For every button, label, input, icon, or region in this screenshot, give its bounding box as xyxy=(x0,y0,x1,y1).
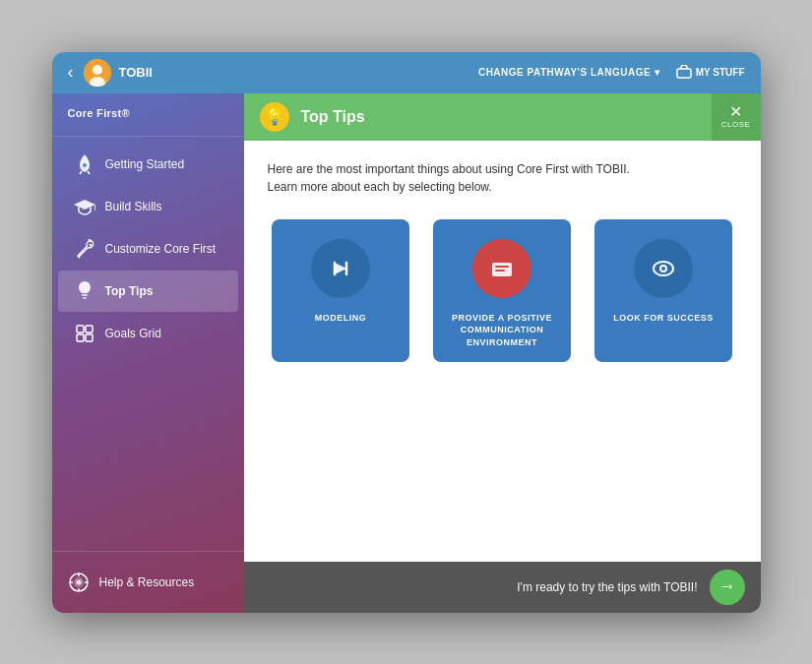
sidebar-item-goals-grid[interactable]: Goals Grid xyxy=(58,313,238,354)
svg-marker-5 xyxy=(74,200,95,210)
language-chevron-icon: ▾ xyxy=(655,67,660,78)
wrench-icon xyxy=(74,238,95,260)
tip-cards-row: MODELING PROVIDE A POSITIVE CO xyxy=(268,219,737,363)
look-for-success-card-icon xyxy=(634,239,693,298)
sidebar-item-build-skills[interactable]: Build Skills xyxy=(58,186,238,227)
svg-rect-3 xyxy=(677,69,691,78)
footer-text: I'm ready to try the tips with TOBII! xyxy=(517,580,697,594)
content-body: Here are the most important things about… xyxy=(244,141,761,562)
rocket-icon xyxy=(74,153,95,175)
sidebar-item-customize[interactable]: Customize Core First xyxy=(58,228,238,270)
mystuff-icon xyxy=(676,65,692,81)
modeling-card-label: MODELING xyxy=(315,312,367,325)
intro-line1: Here are the most important things about… xyxy=(268,162,630,176)
sidebar-item-top-tips[interactable]: Top Tips xyxy=(58,271,238,312)
help-resources-button[interactable]: Help & Resources xyxy=(58,562,238,603)
user-name-label: TOBII xyxy=(119,65,478,80)
svg-point-17 xyxy=(76,579,81,584)
top-bar: ‹ TOBII CHANGE PATHWAY'S LANGUAGE ▾ xyxy=(52,52,761,93)
content-intro: Here are the most important things about… xyxy=(268,160,737,196)
content-footer: I'm ready to try the tips with TOBII! → xyxy=(244,562,761,613)
positive-communication-card-label: PROVIDE A POSITIVE COMMUNICATION ENVIRON… xyxy=(443,312,561,349)
next-arrow-icon: → xyxy=(718,576,736,597)
sidebar-item-getting-started[interactable]: Getting Started xyxy=(58,144,238,185)
sidebar: Core First® Getting Started xyxy=(52,93,244,613)
content-header-icon: 💡 xyxy=(260,102,289,132)
sidebar-logo-sup: ® xyxy=(121,107,129,119)
svg-point-26 xyxy=(661,267,665,271)
main-layout: Core First® Getting Started xyxy=(52,93,761,613)
modeling-card[interactable]: MODELING xyxy=(272,219,409,363)
sidebar-logo: Core First® xyxy=(52,93,244,137)
svg-point-1 xyxy=(93,65,102,75)
sidebar-bottom: Help & Resources xyxy=(52,551,244,613)
look-for-success-card-label: LOOK FOR SUCCESS xyxy=(613,312,714,325)
top-bar-right: CHANGE PATHWAY'S LANGUAGE ▾ MY STUFF xyxy=(478,65,745,81)
next-button[interactable]: → xyxy=(710,570,745,605)
svg-rect-13 xyxy=(77,334,84,341)
svg-rect-11 xyxy=(77,326,84,332)
content-header-title: Top Tips xyxy=(301,108,745,126)
modeling-card-icon xyxy=(311,239,370,298)
getting-started-label: Getting Started xyxy=(105,157,185,171)
my-stuff-label: MY STUFF xyxy=(696,67,745,78)
my-stuff-button[interactable]: MY STUFF xyxy=(676,65,745,81)
lightbulb-icon xyxy=(74,280,95,302)
help-resources-label: Help & Resources xyxy=(99,575,195,589)
app-window: ‹ TOBII CHANGE PATHWAY'S LANGUAGE ▾ xyxy=(52,52,761,613)
sidebar-logo-text: Core First xyxy=(68,107,122,119)
top-tips-label: Top Tips xyxy=(105,284,154,298)
graduation-cap-icon xyxy=(74,196,95,217)
help-icon xyxy=(68,572,90,593)
close-button[interactable]: ✕ CLOSE xyxy=(712,93,761,141)
sidebar-nav: Getting Started Build Skills xyxy=(52,137,244,551)
content-area: 💡 Top Tips ✕ CLOSE Here are the most imp… xyxy=(244,93,761,613)
back-button[interactable]: ‹ xyxy=(68,62,74,83)
svg-rect-21 xyxy=(495,266,509,268)
svg-point-4 xyxy=(83,163,87,167)
grid-icon xyxy=(74,323,95,344)
customize-label: Customize Core First xyxy=(105,242,217,256)
close-x-icon: ✕ xyxy=(729,104,742,120)
change-language-label: CHANGE PATHWAY'S LANGUAGE xyxy=(478,67,651,78)
svg-rect-9 xyxy=(82,294,88,296)
goals-grid-label: Goals Grid xyxy=(105,327,161,340)
look-for-success-card[interactable]: LOOK FOR SUCCESS xyxy=(594,219,732,363)
svg-rect-22 xyxy=(495,270,505,272)
svg-rect-10 xyxy=(83,297,87,299)
svg-rect-14 xyxy=(86,334,93,341)
avatar xyxy=(84,59,111,87)
build-skills-label: Build Skills xyxy=(105,200,162,213)
intro-line2: Learn more about each by selecting below… xyxy=(268,180,492,194)
positive-communication-card[interactable]: PROVIDE A POSITIVE COMMUNICATION ENVIRON… xyxy=(433,219,571,363)
change-language-button[interactable]: CHANGE PATHWAY'S LANGUAGE ▾ xyxy=(478,67,660,78)
close-label: CLOSE xyxy=(721,120,751,129)
svg-point-7 xyxy=(89,243,92,246)
positive-communication-card-icon xyxy=(472,239,531,298)
svg-rect-12 xyxy=(86,326,93,332)
content-header: 💡 Top Tips ✕ CLOSE xyxy=(244,93,761,141)
